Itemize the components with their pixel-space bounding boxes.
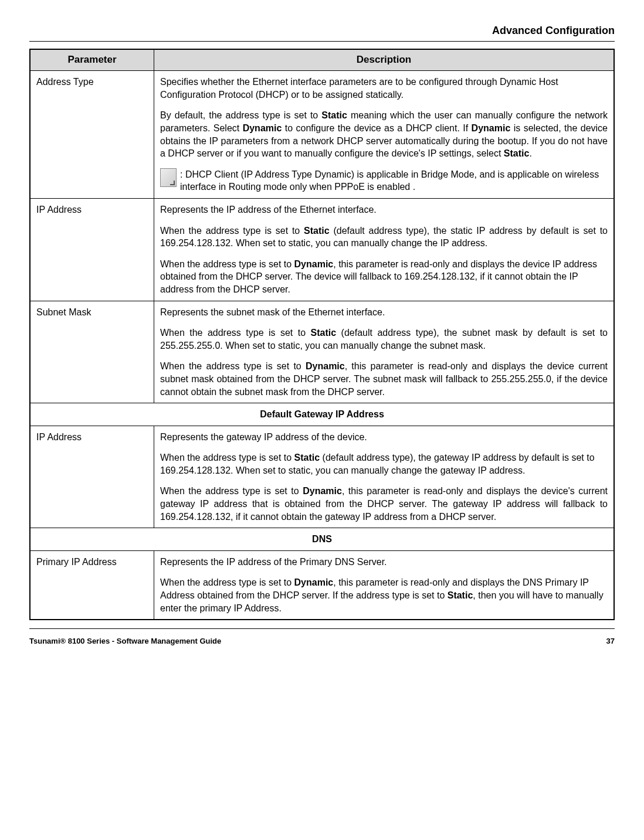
paragraph: When the address type is set to Static (… [160, 225, 608, 250]
bold: Dynamic [472, 123, 511, 133]
page-header-title: Advanced Configuration [29, 23, 615, 38]
table-row: Primary IP Address Represents the IP add… [30, 550, 614, 620]
desc-cell: Represents the gateway IP address of the… [154, 426, 615, 528]
bold: Static [321, 110, 347, 120]
table-row: Default Gateway IP Address [30, 403, 614, 426]
text: When the address type is set to [160, 226, 304, 236]
table-row: DNS [30, 528, 614, 551]
paragraph: Represents the IP address of the Primary… [160, 556, 608, 569]
param-cell: IP Address [30, 426, 154, 528]
paragraph: When the address type is set to Dynamic,… [160, 576, 608, 614]
text: By default, the address type is set to [160, 110, 321, 120]
desc-cell: Represents the subnet mask of the Ethern… [154, 301, 615, 403]
param-cell: Primary IP Address [30, 550, 154, 620]
parameter-table: Parameter Description Address Type Speci… [29, 49, 615, 620]
text: When the address type is set to [160, 328, 311, 338]
desc-cell: Represents the IP address of the Etherne… [154, 198, 615, 301]
top-rule [29, 41, 615, 42]
footer-left: Tsunami® 8100 Series - Software Manageme… [29, 636, 221, 647]
param-cell: Address Type [30, 71, 154, 199]
paragraph: When the address type is set to Dynamic,… [160, 485, 608, 523]
bold: Static [311, 328, 337, 338]
param-cell: Subnet Mask [30, 301, 154, 403]
paragraph: Represents the IP address of the Etherne… [160, 203, 608, 216]
note-icon [160, 168, 177, 187]
text: to configure the device as a DHCP client… [282, 123, 471, 133]
table-row: Address Type Specifies whether the Ether… [30, 71, 614, 199]
col-parameter: Parameter [30, 49, 154, 70]
paragraph: When the address type is set to Static (… [160, 327, 608, 352]
desc-cell: Represents the IP address of the Primary… [154, 550, 615, 620]
section-header: DNS [30, 528, 614, 551]
paragraph: When the address type is set to Dynamic,… [160, 360, 608, 398]
text: When the address type is set to [160, 486, 303, 496]
section-header: Default Gateway IP Address [30, 403, 614, 426]
bold: Dynamic [294, 577, 334, 587]
note-text: : DHCP Client (IP Address Type Dynamic) … [180, 168, 608, 193]
paragraph: When the address type is set to Dynamic,… [160, 258, 608, 296]
note-block: : DHCP Client (IP Address Type Dynamic) … [160, 168, 608, 193]
paragraph: By default, the address type is set to S… [160, 109, 608, 159]
bold: Dynamic [303, 486, 342, 496]
bold: Dynamic [243, 123, 282, 133]
text: . [529, 148, 531, 158]
bold: Static [448, 590, 473, 600]
table-row: IP Address Represents the gateway IP add… [30, 426, 614, 528]
col-description: Description [154, 49, 615, 70]
text: When the address type is set to [160, 453, 294, 462]
text: When the address type is set to [160, 577, 294, 587]
bold: Static [504, 148, 530, 158]
bold: Dynamic [294, 259, 334, 269]
bold: Static [294, 453, 320, 462]
bottom-rule [29, 628, 615, 629]
paragraph: Specifies whether the Ethernet interface… [160, 76, 608, 101]
table-row: Subnet Mask Represents the subnet mask o… [30, 301, 614, 403]
desc-cell: Specifies whether the Ethernet interface… [154, 71, 615, 199]
table-row: IP Address Represents the IP address of … [30, 198, 614, 301]
paragraph: When the address type is set to Static (… [160, 451, 608, 477]
bold: Dynamic [306, 361, 345, 371]
text: When the address type is set to [160, 259, 294, 269]
paragraph: Represents the gateway IP address of the… [160, 431, 608, 444]
paragraph: Represents the subnet mask of the Ethern… [160, 306, 608, 319]
footer-right: 37 [606, 636, 615, 647]
bold: Static [304, 226, 330, 236]
page-footer: Tsunami® 8100 Series - Software Manageme… [29, 636, 615, 647]
text: When the address type is set to [160, 361, 306, 371]
param-cell: IP Address [30, 198, 154, 301]
